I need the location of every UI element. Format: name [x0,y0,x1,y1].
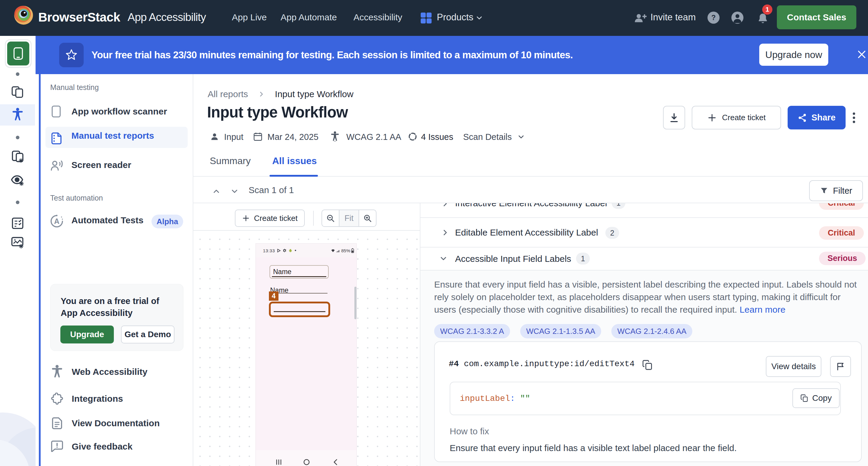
svg-text:?: ? [711,13,716,22]
svg-text:A: A [54,217,59,225]
